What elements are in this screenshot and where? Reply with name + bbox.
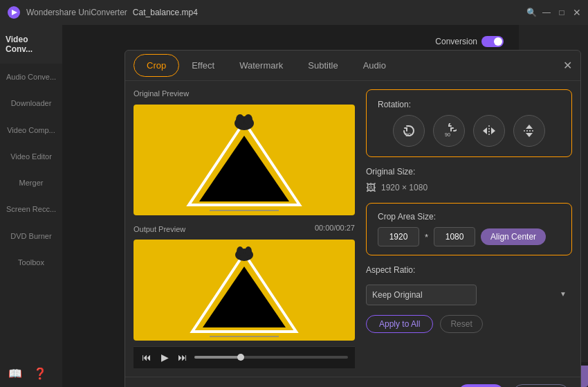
flip-vertical-button[interactable] xyxy=(513,115,545,147)
sidebar-item-toolbox[interactable]: Toolbox xyxy=(0,249,62,276)
book-icon[interactable]: 📖 xyxy=(8,367,22,380)
original-preview-box xyxy=(134,105,355,215)
search-button[interactable]: 🔍 xyxy=(526,7,537,18)
sidebar-item-video-editor[interactable]: Video Editor xyxy=(0,143,62,170)
crop-inputs-row: * Align Center xyxy=(378,227,560,246)
flip-horizontal-button[interactable] xyxy=(473,115,505,147)
ok-button[interactable]: OK xyxy=(458,384,504,387)
original-size-label: Original Size: xyxy=(366,167,572,177)
dialog: Crop Effect Watermark Subtitle Audio ✕ O… xyxy=(125,50,581,387)
original-size-section: Original Size: 🖼 1920 × 1080 xyxy=(366,167,572,193)
flip-h-icon xyxy=(481,123,497,138)
rotate-cw-icon: 90 xyxy=(441,123,457,138)
filename: Cat_balance.mp4 xyxy=(133,8,198,17)
apply-to-all-button[interactable]: Apply to All xyxy=(366,315,433,333)
seek-bar[interactable] xyxy=(194,356,348,359)
output-preview-box xyxy=(134,240,355,341)
size-row: 🖼 1920 × 1080 xyxy=(366,182,572,193)
sidebar-item-dvd-burner[interactable]: DVD Burner xyxy=(0,223,62,249)
title-bar: Wondershare UniConverter Cat_balance.mp4… xyxy=(0,0,588,25)
svg-point-6 xyxy=(236,114,244,125)
flip-v-icon xyxy=(522,123,537,138)
original-size-value: 1920 × 1080 xyxy=(381,183,428,192)
output-video-graphic xyxy=(168,240,320,341)
tab-watermark[interactable]: Watermark xyxy=(227,55,295,76)
align-center-button[interactable]: Align Center xyxy=(481,228,546,245)
maximize-button[interactable]: □ xyxy=(556,7,567,18)
original-video-graphic xyxy=(168,105,320,215)
app-logo xyxy=(7,6,21,19)
play-pause-button[interactable]: ▶ xyxy=(158,351,171,363)
cancel-button[interactable]: Cancel xyxy=(513,384,569,387)
sidebar-item-merger[interactable]: Merger xyxy=(0,170,62,196)
dialog-body: Original Preview xyxy=(125,81,580,377)
tab-audio[interactable]: Audio xyxy=(351,55,398,76)
sidebar-bottom: 📖 ❓ xyxy=(0,360,62,387)
sidebar-item-downloader[interactable]: Downloader xyxy=(0,90,62,116)
dialog-footer: OK Cancel xyxy=(125,377,580,387)
sidebar-item-audio-conv[interactable]: Audio Conve... xyxy=(0,64,62,90)
crop-area-label: Crop Area Size: xyxy=(378,212,560,222)
conversion-label: Conversion xyxy=(435,37,477,46)
rotation-label: Rotation: xyxy=(378,100,560,109)
output-preview-header: Output Preview 00:00/00:27 xyxy=(134,224,355,234)
seek-handle[interactable] xyxy=(237,354,244,361)
svg-text:90: 90 xyxy=(445,132,450,137)
sidebar-header: Video Conv... xyxy=(0,25,62,64)
reset-button[interactable]: Reset xyxy=(440,315,482,333)
crop-width-input[interactable] xyxy=(378,227,419,246)
sidebar-item-screen-rec[interactable]: Screen Recc... xyxy=(0,196,62,222)
help-icon[interactable]: ❓ xyxy=(33,367,47,380)
toggle-knob xyxy=(494,37,502,46)
svg-marker-20 xyxy=(491,127,495,134)
controls-column: Rotation: 90 xyxy=(366,89,572,368)
svg-text:90: 90 xyxy=(405,132,411,137)
aspect-ratio-select[interactable]: Keep Original 16:9 4:3 1:1 9:16 xyxy=(366,285,477,305)
rotation-section: Rotation: 90 xyxy=(366,89,572,157)
svg-point-14 xyxy=(245,246,252,256)
aspect-ratio-label: Aspect Ratio: xyxy=(366,265,572,275)
original-video-frame xyxy=(134,105,355,215)
svg-marker-22 xyxy=(526,125,533,129)
size-icon: 🖼 xyxy=(366,182,376,193)
rotate-ccw-button[interactable]: 90 xyxy=(393,115,425,147)
rotation-buttons: 90 90 xyxy=(378,115,560,147)
output-timestamp: 00:00/00:27 xyxy=(315,224,355,232)
content-wrapper: Conversion Convert Convert Convert Start… xyxy=(62,25,588,387)
sidebar-item-video-comp[interactable]: Video Comp... xyxy=(0,117,62,143)
prev-frame-button[interactable]: ⏮ xyxy=(140,351,153,363)
crop-area-section: Crop Area Size: * Align Center xyxy=(366,203,572,255)
minimize-button[interactable]: — xyxy=(541,7,552,18)
playback-bar: ⏮ ▶ ⏭ xyxy=(134,346,355,368)
svg-point-7 xyxy=(244,114,252,125)
original-preview-label: Original Preview xyxy=(134,89,355,98)
tab-effect[interactable]: Effect xyxy=(179,55,227,76)
aspect-ratio-section: Aspect Ratio: Keep Original 16:9 4:3 1:1… xyxy=(366,265,572,305)
next-frame-button[interactable]: ⏭ xyxy=(176,351,189,363)
svg-marker-19 xyxy=(483,127,487,134)
conversion-toggle[interactable] xyxy=(481,36,504,47)
window-controls: 🔍 — □ ✕ xyxy=(526,7,582,18)
action-buttons: Apply to All Reset xyxy=(366,315,572,333)
output-video-frame xyxy=(134,240,355,341)
seek-progress xyxy=(194,356,241,359)
preview-column: Original Preview xyxy=(134,89,355,368)
rotate-ccw-icon: 90 xyxy=(401,123,416,138)
crop-height-input[interactable] xyxy=(434,227,475,246)
rotate-cw-button[interactable]: 90 xyxy=(433,115,465,147)
app-name: Wondershare UniConverter xyxy=(26,8,127,17)
aspect-chevron-icon: ▼ xyxy=(560,290,567,298)
svg-marker-23 xyxy=(526,133,533,137)
crop-separator: * xyxy=(425,232,428,242)
main-layout: Video Conv... Audio Conve... Downloader … xyxy=(0,25,588,387)
svg-point-13 xyxy=(237,246,244,256)
output-preview-label: Output Preview xyxy=(134,225,185,233)
aspect-select-wrapper: Keep Original 16:9 4:3 1:1 9:16 ▼ xyxy=(366,285,572,305)
tab-crop[interactable]: Crop xyxy=(134,54,179,77)
close-button[interactable]: ✕ xyxy=(571,7,582,18)
dialog-close-icon[interactable]: ✕ xyxy=(563,59,572,72)
dialog-tabs: Crop Effect Watermark Subtitle Audio ✕ xyxy=(125,51,580,81)
tab-subtitle[interactable]: Subtitle xyxy=(295,55,350,76)
sidebar: Video Conv... Audio Conve... Downloader … xyxy=(0,25,62,387)
